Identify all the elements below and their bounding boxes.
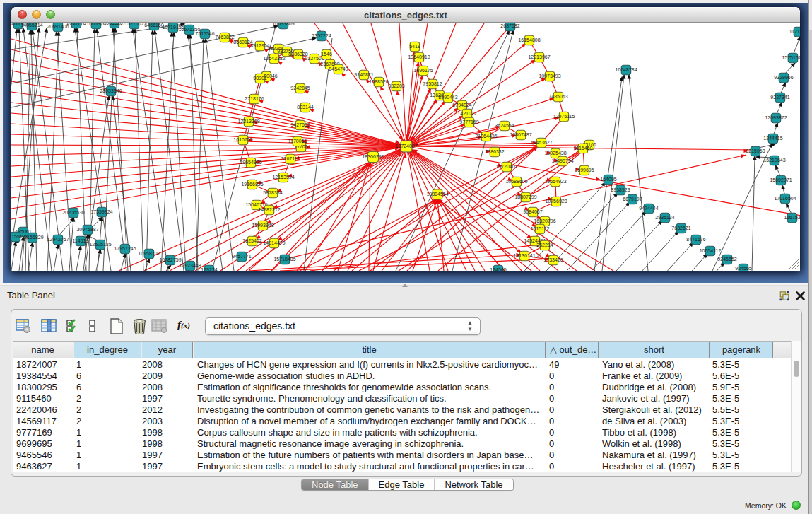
- svg-text:9146821: 9146821: [354, 72, 373, 77]
- svg-text:9327505: 9327505: [305, 56, 324, 61]
- svg-text:2718176: 2718176: [245, 96, 264, 101]
- svg-text:7955812: 7955812: [423, 81, 442, 86]
- svg-text:8938923: 8938923: [611, 187, 630, 192]
- svg-text:832203: 832203: [388, 83, 404, 88]
- svg-text:6879197: 6879197: [623, 197, 642, 201]
- svg-text:2935134: 2935134: [655, 215, 674, 220]
- svg-text:10973493: 10973493: [539, 74, 560, 78]
- svg-text:7515546: 7515546: [195, 31, 214, 36]
- svg-text:12153594: 12153594: [272, 175, 294, 180]
- svg-text:1546: 1546: [321, 52, 332, 57]
- svg-text:1610755: 1610755: [233, 137, 252, 142]
- svg-text:12213369: 12213369: [237, 119, 259, 124]
- svg-text:924565: 924565: [735, 266, 751, 271]
- svg-text:9457771: 9457771: [232, 254, 251, 259]
- svg-text:5419: 5419: [409, 44, 420, 49]
- svg-text:2069778: 2069778: [66, 23, 86, 25]
- svg-text:12505185: 12505185: [89, 242, 111, 247]
- svg-text:16033809: 16033809: [272, 23, 294, 26]
- svg-text:16320796: 16320796: [534, 218, 555, 223]
- svg-text:9115460: 9115460: [574, 146, 593, 151]
- svg-text:18807299: 18807299: [514, 194, 536, 199]
- svg-text:9427552: 9427552: [290, 122, 310, 127]
- svg-text:15720407: 15720407: [495, 164, 517, 169]
- svg-text:9242845: 9242845: [290, 86, 310, 90]
- svg-text:1244415: 1244415: [763, 136, 782, 141]
- svg-text:6794024: 6794024: [452, 103, 471, 107]
- svg-text:12213967: 12213967: [528, 54, 550, 59]
- svg-text:17957245: 17957245: [114, 246, 136, 251]
- svg-text:16154808: 16154808: [518, 37, 540, 42]
- svg-text:9777169: 9777169: [459, 119, 478, 124]
- svg-text:114519: 114519: [73, 238, 89, 243]
- svg-text:2687682: 2687682: [500, 23, 519, 28]
- svg-text:1696175: 1696175: [413, 68, 433, 73]
- svg-text:1527602: 1527602: [124, 23, 143, 26]
- svg-text:28053346: 28053346: [100, 88, 122, 93]
- svg-text:7463822: 7463822: [215, 35, 234, 40]
- svg-text:1588520: 1588520: [369, 79, 388, 84]
- svg-text:16782759: 16782759: [159, 257, 181, 262]
- svg-text:10653267: 10653267: [103, 23, 125, 25]
- svg-text:98901: 98901: [253, 76, 267, 81]
- svg-text:7632621: 7632621: [671, 226, 690, 230]
- svg-text:15751074: 15751074: [782, 55, 800, 60]
- svg-text:14495794: 14495794: [551, 158, 573, 163]
- svg-text:7357224: 7357224: [312, 33, 331, 38]
- svg-text:9474444: 9474444: [639, 206, 658, 211]
- svg-text:2386332: 2386332: [485, 149, 504, 154]
- svg-text:10688609: 10688609: [505, 179, 527, 184]
- svg-text:116753: 116753: [784, 215, 800, 220]
- svg-text:14982212: 14982212: [258, 207, 280, 212]
- svg-text:124505: 124505: [490, 267, 506, 271]
- svg-text:17359924: 17359924: [90, 209, 112, 214]
- svg-text:14055714: 14055714: [20, 23, 42, 28]
- svg-text:252214: 252214: [536, 243, 553, 247]
- svg-text:17016504: 17016504: [774, 196, 796, 201]
- svg-text:19384554: 19384554: [426, 192, 448, 197]
- svg-text:9699695: 9699695: [575, 168, 594, 173]
- svg-text:12156829: 12156829: [21, 235, 43, 240]
- svg-text:10807487: 10807487: [510, 132, 531, 137]
- svg-text:20691406: 20691406: [47, 24, 69, 29]
- svg-text:5878334: 5878334: [263, 190, 282, 195]
- svg-text:9227341: 9227341: [770, 95, 789, 100]
- svg-text:9245652: 9245652: [717, 257, 736, 262]
- svg-text:164095: 164095: [600, 177, 616, 182]
- svg-text:129234: 129234: [201, 267, 217, 271]
- svg-text:15718485: 15718485: [273, 257, 295, 262]
- svg-text:20206530: 20206530: [62, 210, 84, 215]
- svg-text:8990443: 8990443: [438, 95, 457, 100]
- svg-text:14914479: 14914479: [263, 240, 285, 245]
- svg-text:15993948: 15993948: [252, 223, 273, 228]
- svg-text:21364436: 21364436: [475, 134, 497, 139]
- svg-text:16648784: 16648784: [615, 67, 637, 72]
- svg-text:14463627: 14463627: [530, 140, 552, 145]
- svg-text:19166825: 19166825: [241, 182, 263, 187]
- svg-text:8215958: 8215958: [746, 148, 765, 153]
- svg-text:19654923: 19654923: [544, 179, 566, 184]
- svg-text:16210643: 16210643: [763, 158, 785, 163]
- svg-text:1421022: 1421022: [457, 111, 476, 116]
- svg-text:10958107: 10958107: [138, 251, 160, 256]
- svg-text:12942757: 12942757: [47, 237, 69, 242]
- svg-text:30975887: 30975887: [76, 227, 98, 232]
- svg-text:9329966: 9329966: [774, 75, 793, 80]
- svg-text:3267110: 3267110: [281, 156, 300, 161]
- svg-text:1733426: 1733426: [543, 257, 563, 262]
- svg-text:3624554: 3624554: [495, 123, 514, 128]
- svg-text:9084067: 9084067: [523, 209, 542, 214]
- svg-text:8454749: 8454749: [329, 66, 348, 71]
- svg-text:803144: 803144: [297, 105, 313, 110]
- svg-text:6466160: 6466160: [144, 23, 163, 28]
- svg-text:12093872: 12093872: [765, 115, 787, 120]
- svg-text:12923448: 12923448: [179, 263, 201, 268]
- svg-text:19654925: 19654925: [240, 160, 261, 165]
- svg-text:14136141: 14136141: [513, 253, 535, 258]
- svg-text:10654112: 10654112: [700, 248, 722, 253]
- svg-text:15692971: 15692971: [770, 177, 792, 182]
- svg-text:1170055: 1170055: [288, 139, 307, 144]
- svg-text:8471676: 8471676: [686, 237, 705, 242]
- svg-text:18724007: 18724007: [395, 144, 417, 148]
- svg-text:10756928: 10756928: [545, 199, 567, 204]
